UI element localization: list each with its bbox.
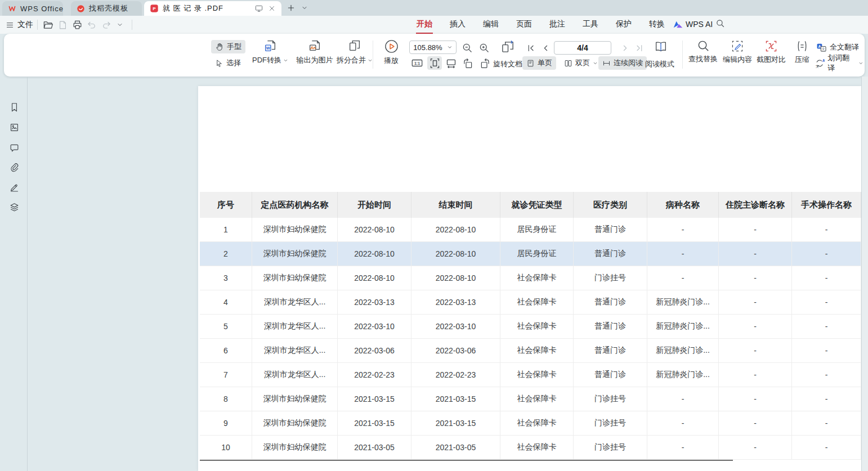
- folder-open-icon: [43, 20, 53, 30]
- comment-icon: [9, 142, 20, 153]
- table-row: 4深圳市龙华区人...2022-03-132022-03-13社会保障卡普通门诊…: [200, 290, 861, 315]
- fit-page-button[interactable]: [427, 56, 442, 70]
- table-cell: 深圳市龙华区人...: [252, 290, 338, 314]
- table-cell: 2022-03-06: [411, 339, 500, 362]
- undo-button[interactable]: [86, 19, 98, 31]
- signature-panel-button[interactable]: [7, 180, 21, 194]
- wps-ai-label: WPS AI: [686, 20, 713, 29]
- full-text-translate-label: 全文翻译: [830, 42, 859, 52]
- read-mode-icon-button[interactable]: [652, 38, 669, 55]
- double-page-button[interactable]: 双页: [560, 56, 602, 70]
- actual-size-button[interactable]: 1:1: [410, 56, 424, 70]
- undo-history-chevron[interactable]: [114, 19, 126, 31]
- word-translate-label: 划词翻译: [827, 53, 856, 73]
- table-cell: 2021-03-15: [338, 411, 411, 435]
- svg-text:P: P: [153, 6, 156, 11]
- table-cell: 2021-03-15: [411, 387, 500, 411]
- table-cell: 2022-08-10: [338, 242, 411, 266]
- bookmarks-panel-button[interactable]: [7, 100, 21, 114]
- menu-search-button[interactable]: [715, 19, 725, 28]
- menu-item-annotate[interactable]: 批注: [549, 18, 566, 30]
- play-button[interactable]: 播放: [378, 39, 404, 66]
- pdf-convert-label: PDF转换: [252, 55, 281, 65]
- pdf-page: 序号定点医药机构名称开始时间结束时间就诊凭证类型医疗类别病种名称住院主诊断名称手…: [198, 86, 861, 471]
- menu-item-home[interactable]: 开始: [416, 18, 433, 30]
- table-cell: 2021-03-05: [411, 436, 500, 459]
- word-translate-button[interactable]: A文 划词翻译: [813, 56, 865, 70]
- table-cell: -: [719, 242, 792, 266]
- table-cell: 2022-08-10: [338, 266, 411, 290]
- table-cell: 普通门诊: [574, 315, 647, 338]
- zoom-in-button[interactable]: [478, 42, 490, 54]
- attachments-panel-button[interactable]: [7, 160, 21, 174]
- layers-panel-button[interactable]: [7, 200, 21, 214]
- screenshot-compare-icon: [764, 39, 778, 53]
- next-page-button[interactable]: [619, 42, 631, 54]
- pdf-convert-button[interactable]: W PDF转换: [248, 39, 293, 65]
- menu-item-convert[interactable]: 转换: [648, 18, 665, 30]
- table-cell: -: [719, 411, 792, 435]
- thumbnails-panel-button[interactable]: [7, 120, 21, 134]
- continuous-read-button[interactable]: 连续阅读: [598, 56, 647, 70]
- table-cell: 普通门诊: [574, 242, 647, 266]
- pdf-file-icon: P: [150, 4, 159, 13]
- chevron-down-icon: [447, 44, 453, 50]
- rotate-right-button[interactable]: [478, 56, 491, 70]
- table-cell: 深圳市龙华区人...: [252, 339, 338, 362]
- redo-button[interactable]: [100, 19, 113, 31]
- tab-wps-office[interactable]: WPS Office: [2, 1, 63, 16]
- rotate-left-button[interactable]: [461, 56, 475, 70]
- main-menu: 开始 插入 编辑 页面 批注 工具 保护 转换: [416, 16, 665, 33]
- zoom-level-select[interactable]: 105.88%: [409, 41, 457, 54]
- menu-icon: [6, 21, 14, 29]
- chevron-down-icon: [593, 61, 598, 66]
- actual-size-icon: 1:1: [411, 57, 423, 69]
- full-text-translate-button[interactable]: A文 全文翻译: [815, 41, 860, 54]
- table-cell: 深圳市妇幼保健院: [252, 436, 338, 459]
- screenshot-compare-button[interactable]: 截图对比: [751, 39, 791, 65]
- tab-document-active[interactable]: P 就 医 记 录 .PDF: [144, 1, 281, 16]
- tab-list-chevron[interactable]: [298, 2, 311, 14]
- table-cell: 新冠肺炎门诊...: [647, 290, 719, 314]
- table-cell: 2022-08-10: [411, 218, 500, 241]
- hand-tool-button[interactable]: 手型: [211, 40, 245, 53]
- single-page-button[interactable]: 单页: [522, 56, 556, 70]
- close-icon[interactable]: [268, 5, 276, 12]
- table-cell: 2021-03-05: [338, 436, 411, 459]
- menu-item-tools[interactable]: 工具: [582, 18, 599, 30]
- save-button[interactable]: [56, 19, 69, 31]
- menu-item-protect[interactable]: 保护: [615, 18, 632, 30]
- word-translate-icon: A文: [815, 58, 825, 69]
- vertical-scrollbar[interactable]: [861, 77, 868, 471]
- compress-icon: [795, 39, 809, 53]
- table-cell: -: [647, 218, 719, 241]
- table-cell: 2: [200, 242, 252, 266]
- tab-docer-templates[interactable]: 找稻壳模板: [71, 1, 142, 16]
- file-menu-button[interactable]: 文件: [6, 19, 33, 31]
- single-page-label: 单页: [538, 58, 552, 68]
- comments-panel-button[interactable]: [7, 141, 21, 154]
- split-merge-button[interactable]: 拆分合并: [331, 39, 378, 65]
- open-file-button[interactable]: [42, 19, 54, 31]
- rotate-document-button[interactable]: [499, 38, 516, 55]
- zoom-out-button[interactable]: [461, 42, 473, 54]
- table-cell: -: [647, 436, 719, 459]
- wps-ai-button[interactable]: WPS AI: [673, 16, 713, 33]
- screenshot-compare-label: 截图对比: [757, 55, 786, 65]
- select-tool-button[interactable]: 选择: [211, 56, 245, 70]
- new-tab-button[interactable]: [285, 2, 297, 14]
- first-page-button[interactable]: [525, 42, 537, 54]
- page-indicator-input[interactable]: 4/4: [554, 41, 611, 55]
- previous-page-button[interactable]: [539, 42, 552, 54]
- menu-item-edit[interactable]: 编辑: [482, 18, 499, 30]
- full-text-translate-icon: A文: [816, 42, 827, 53]
- monitor-icon[interactable]: [254, 4, 263, 13]
- table-cell: 普通门诊: [574, 218, 647, 241]
- fit-width-button[interactable]: [444, 56, 458, 70]
- menu-item-page[interactable]: 页面: [516, 18, 533, 30]
- last-page-button[interactable]: [633, 42, 645, 54]
- table-cell: 2022-08-10: [411, 266, 500, 290]
- table-header-row: 序号定点医药机构名称开始时间结束时间就诊凭证类型医疗类别病种名称住院主诊断名称手…: [200, 192, 861, 218]
- menu-item-insert[interactable]: 插入: [449, 18, 466, 30]
- print-button[interactable]: [71, 19, 83, 31]
